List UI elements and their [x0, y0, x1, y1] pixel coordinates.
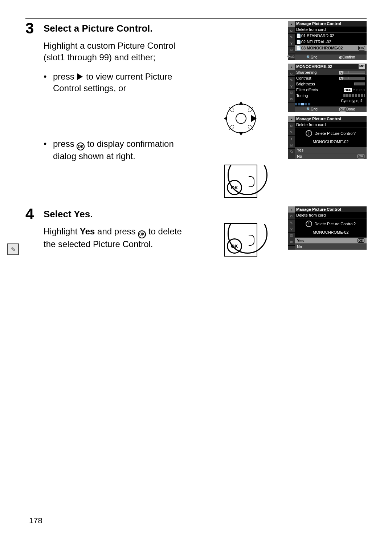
step-4-lcds: ▸ ◘ ✎ Y ☑ ⧉ Manage Picture Control Delet… — [260, 206, 367, 259]
option-no: NoOK — [295, 153, 367, 159]
step-3-title: Select a Picture Control. — [44, 23, 220, 34]
slider-icon — [343, 94, 365, 97]
recent-tab-icon: ⧉ — [288, 96, 295, 103]
setting-row: SharpeningA — [295, 69, 367, 75]
toning-value: Cyanotype, 4 — [295, 98, 367, 106]
retouch-tab-icon: ☑ — [288, 142, 295, 149]
lcd-confirm-2: ▸ ◘ ✎ Y ☑ ⧉ Manage Picture Control Delet… — [288, 206, 367, 250]
lcd-title: Manage Picture Control — [295, 206, 367, 212]
ok-button-diagram: OK — [220, 165, 260, 198]
y-tab-icon: Y — [288, 226, 295, 233]
recent-tab-icon: �różn — [288, 53, 295, 60]
manual-page: ✎ 3 Select a Picture Control. Highlight … — [0, 0, 392, 540]
list-item-selected: 📄03 MONOCHROME-02OK — [295, 45, 367, 51]
lcd-subtitle: Delete from card — [295, 122, 367, 128]
step-number: 3 — [25, 21, 44, 200]
option-yes-selected: YesOK — [295, 237, 367, 243]
done-hint: OKDone — [339, 107, 355, 112]
lcd-title: Manage Picture Control — [295, 116, 367, 122]
y-tab-icon: Y — [288, 40, 295, 47]
setting-row: ContrastA — [295, 75, 367, 81]
dialog-target: MONOCHROME-02 — [295, 229, 367, 237]
lcd-footer: 🔍Grid OKDone — [295, 106, 367, 112]
grid-hint: 🔍Grid — [306, 107, 318, 112]
dialog-question: ! Delete Picture Control? — [295, 218, 367, 229]
slider-icon — [343, 71, 365, 74]
play-tab-icon: ▸ — [288, 64, 295, 70]
step-4-para: Highlight Yes and press OK to delete the… — [44, 226, 189, 250]
bullet-dot: • — [44, 71, 53, 94]
step-3-text: Select a Picture Control. Highlight a cu… — [44, 21, 220, 200]
divider — [25, 18, 367, 19]
step-4-title: Select Yes. — [44, 209, 220, 220]
bullet-text: press — [53, 139, 77, 149]
retouch-tab-icon: ☑ — [288, 233, 295, 239]
camera-tab-icon: ◘ — [288, 122, 295, 129]
play-tab-icon: ▸ — [288, 116, 295, 122]
step-3-bullet-2: • press OK to display confirmation dialo… — [44, 138, 196, 162]
ok-button-icon: OK — [77, 142, 85, 150]
lcd-subtitle: Delete from card — [295, 27, 367, 33]
camera-tab-icon: ◘ — [288, 213, 295, 219]
setting-row: Brightness — [295, 81, 367, 87]
recent-tab-icon: ⧉ — [288, 149, 295, 155]
pencil-tab-icon: ✎ — [288, 129, 295, 136]
y-tab-icon: Y — [288, 83, 295, 90]
slider-icon — [343, 77, 365, 80]
option-no: No — [295, 243, 367, 250]
pencil-tab-icon: ✎ — [288, 77, 295, 83]
y-tab-icon: Y — [288, 136, 295, 142]
lcd-footer: 🔍Grid ◐Confirm — [295, 55, 367, 60]
setting-row: Filter effectsOFF Y O R G — [295, 87, 367, 93]
camera-tab-icon: ◘ — [288, 27, 295, 34]
alert-icon: ! — [306, 221, 312, 227]
step-3-bullet-1: • press to view current Picture Control … — [44, 71, 196, 94]
ok-pad-label: OK — [227, 238, 242, 254]
step-3-lcds: ▸ ◘ ✎ Y ☑ �różn Manage Picture Control D… — [260, 21, 367, 200]
play-tab-icon: ▸ — [288, 21, 295, 27]
retouch-tab-icon: ☑ — [288, 47, 295, 53]
off-badge: OFF — [344, 88, 352, 92]
lcd-title: MONOCHROME-02 MC — [295, 64, 367, 69]
option-yes: Yes — [295, 147, 367, 153]
lcd-manage-list: ▸ ◘ ✎ Y ☑ �różn Manage Picture Control D… — [288, 21, 367, 60]
setting-row: Toning — [295, 93, 367, 98]
camera-tab-icon: ◘ — [288, 70, 295, 77]
multi-selector-diagram — [220, 102, 260, 135]
grid-hint: 🔍Grid — [306, 55, 318, 59]
dialog-question: ! Delete Picture Control? — [295, 128, 367, 139]
ok-badge: OK — [358, 154, 364, 158]
step-4-diagrams: OK — [220, 206, 260, 259]
bullet-dot: • — [44, 138, 53, 162]
lcd-subtitle: Delete from card — [295, 212, 367, 218]
dialog-target: MONOCHROME-02 — [295, 139, 367, 147]
ok-button-icon: OK — [138, 230, 146, 238]
step-number: 4 — [25, 206, 44, 259]
mc-badge: MC — [359, 64, 365, 69]
list-item: 📄02 NEUTRAL-02 — [295, 39, 367, 45]
right-arrow-icon — [77, 73, 83, 80]
alert-icon: ! — [306, 130, 312, 137]
step-3-diagrams: OK — [220, 21, 260, 200]
step-3-intro: Highlight a custom Picture Control (slot… — [44, 40, 189, 64]
step-3-section: 3 Select a Picture Control. Highlight a … — [25, 18, 367, 200]
lcd-confirm-1: ▸ ◘ ✎ Y ☑ ⧉ Manage Picture Control Delet… — [288, 116, 367, 159]
page-number: 178 — [29, 516, 42, 525]
retouch-tab-icon: ☑ — [288, 90, 295, 96]
retouch-tab-icon: ✎ — [7, 243, 19, 255]
bullet-text: press — [53, 72, 77, 81]
pencil-tab-icon: ✎ — [288, 34, 295, 40]
ok-badge: OK — [358, 238, 365, 243]
slider-icon — [354, 82, 365, 85]
step-4-section: 4 Select Yes. Highlight Yes and press OK… — [25, 204, 367, 259]
lcd-title: Manage Picture Control — [295, 21, 367, 27]
step-4-text: Select Yes. Highlight Yes and press OK t… — [44, 206, 220, 259]
ok-button-diagram: OK — [220, 223, 260, 257]
pencil-tab-icon: ✎ — [288, 219, 295, 226]
ok-pad-label: OK — [227, 180, 242, 195]
ok-badge: OK — [358, 46, 366, 51]
divider — [25, 204, 367, 204]
play-tab-icon: ▸ — [288, 206, 295, 213]
confirm-hint: ◐Confirm — [339, 55, 355, 59]
recent-tab-icon: ⧉ — [288, 239, 295, 246]
